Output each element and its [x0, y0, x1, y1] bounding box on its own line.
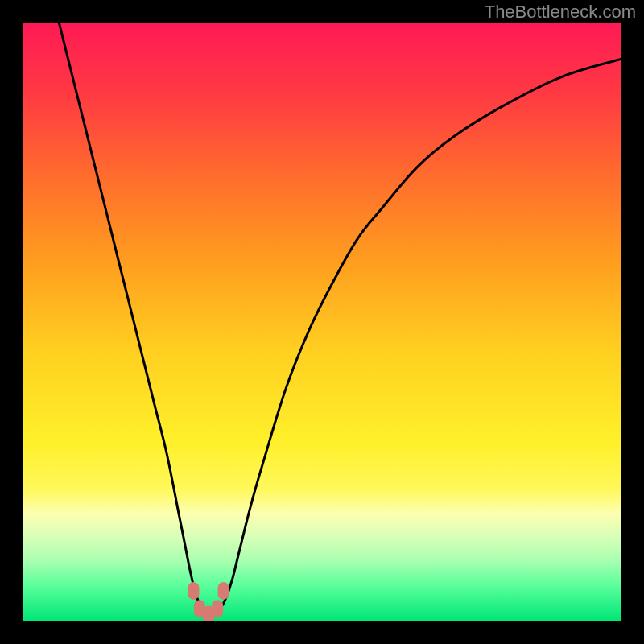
bottleneck-chart — [23, 23, 621, 621]
trough-marker-4 — [218, 582, 229, 600]
chart-background — [23, 23, 621, 621]
trough-marker-0 — [188, 582, 199, 600]
chart-frame: TheBottleneck.com — [0, 0, 644, 644]
trough-marker-3 — [212, 600, 223, 617]
watermark-text: TheBottleneck.com — [485, 2, 636, 23]
plot-area — [23, 23, 621, 621]
